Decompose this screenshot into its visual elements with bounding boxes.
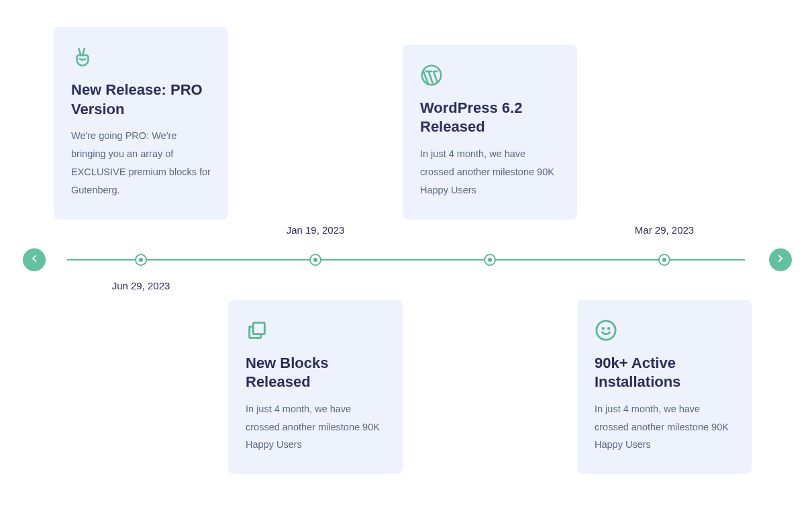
timeline-node (309, 254, 321, 266)
timeline-card-description: In just 4 month, we have crossed another… (595, 400, 734, 454)
timeline-item: 90k+ Active Installations In just 4 mont… (577, 300, 752, 475)
svg-point-4 (608, 328, 609, 329)
smiley-icon (595, 319, 617, 342)
wordpress-icon (420, 64, 443, 87)
timeline-card: New Release: PRO Version We're going PRO… (54, 27, 228, 219)
timeline-card: 90k+ Active Installations In just 4 mont… (577, 300, 752, 475)
timeline-card-description: We're going PRO: We're bringing you an a… (71, 127, 211, 199)
timeline-prev-button[interactable] (23, 248, 46, 271)
chevron-left-icon (29, 253, 40, 267)
timeline-node (135, 254, 147, 266)
timeline-card-title: WordPress 6.2 Released (420, 99, 560, 137)
timeline-card-title: 90k+ Active Installations (595, 354, 734, 392)
timeline-item: New Blocks Released In just 4 month, we … (228, 300, 403, 475)
timeline-item: New Release: PRO Version We're going PRO… (54, 27, 228, 219)
timeline-next-button[interactable] (769, 248, 792, 271)
svg-point-2 (597, 320, 615, 339)
copy-icon (246, 319, 268, 342)
timeline-card-description: In just 4 month, we have crossed another… (420, 145, 560, 199)
timeline-card: WordPress 6.2 Released In just 4 month, … (403, 45, 577, 220)
timeline-card-title: New Blocks Released (246, 354, 385, 392)
timeline: New Release: PRO Version We're going PRO… (0, 0, 812, 519)
timeline-card-description: In just 4 month, we have crossed another… (246, 400, 385, 454)
timeline-date: Jan 19, 2023 (287, 224, 345, 236)
timeline-date: Jun 29, 2023 (112, 280, 170, 291)
timeline-date: Mar 29, 2023 (635, 224, 694, 236)
timeline-node (658, 254, 670, 266)
timeline-card-title: New Release: PRO Version (71, 81, 211, 119)
svg-point-3 (603, 328, 604, 329)
timeline-item: WordPress 6.2 Released In just 4 month, … (403, 45, 577, 220)
timeline-node (484, 254, 496, 266)
peace-hand-icon (71, 46, 94, 68)
chevron-right-icon (775, 253, 786, 267)
timeline-track (67, 259, 745, 261)
timeline-card: New Blocks Released In just 4 month, we … (228, 300, 403, 475)
svg-rect-0 (253, 322, 264, 334)
